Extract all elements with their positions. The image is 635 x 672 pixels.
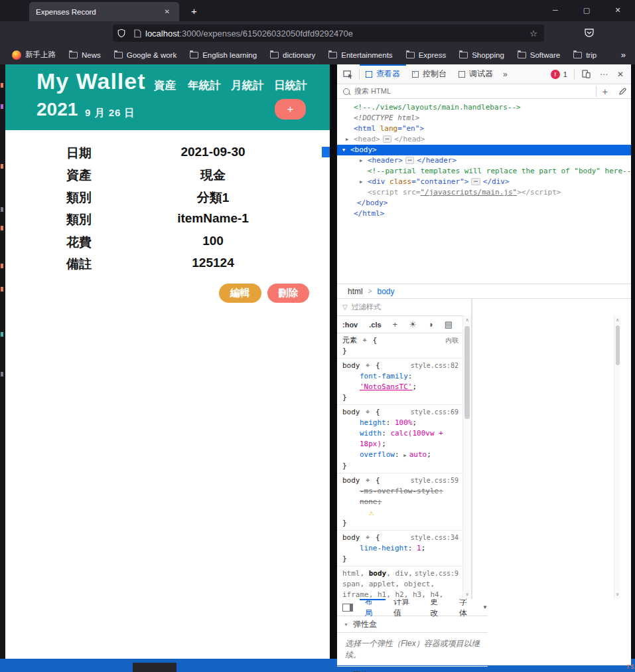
grid-section-header[interactable]: ▼ 网格 [337, 667, 488, 672]
eyedropper-icon[interactable] [614, 88, 631, 96]
twisty-icon[interactable]: ▶ [360, 155, 368, 166]
bookmark-item[interactable]: Express [406, 51, 447, 59]
window-close-button[interactable]: ✕ [604, 0, 632, 20]
tab-fonts[interactable]: 字体 [454, 599, 480, 616]
css-declaration[interactable]: -ms-overflow-style: none; [342, 486, 459, 507]
selector-highlighter-icon[interactable]: ⌖ [358, 336, 367, 345]
twisty-icon[interactable]: ▶ [360, 177, 368, 187]
url-bar[interactable]: localhost:3000/expenses/615026032050fdfd… [113, 25, 544, 42]
scroll-up-icon[interactable]: ∧ [463, 315, 471, 325]
breadcrumb-html[interactable]: html [348, 287, 363, 296]
stylesheet-link[interactable]: style.css:69 [411, 407, 459, 418]
twisty-icon[interactable]: ▼ [342, 145, 350, 155]
expand-icon[interactable]: ▶ [403, 453, 409, 458]
tab-computed[interactable]: 计算值 [388, 599, 422, 616]
bookmark-item[interactable]: English learning [190, 51, 257, 59]
css-declaration[interactable]: height: 100%; [342, 418, 459, 428]
markup-node[interactable]: <!DOCTYPE html> [337, 113, 631, 124]
markup-node[interactable]: ▶<header>⋯</header> [337, 155, 631, 166]
error-badge-icon[interactable]: ! [551, 70, 560, 79]
markup-node[interactable]: </html> [337, 209, 631, 219]
light-theme-icon[interactable]: ☀ [409, 319, 417, 329]
bookmark-item[interactable]: News [69, 51, 101, 59]
scrollbar-thumb[interactable] [616, 325, 620, 365]
rules-filter-input[interactable]: ▽ 过滤样式 [337, 299, 471, 316]
more-tabs-chevron[interactable]: » [499, 70, 512, 79]
add-node-icon[interactable]: + [598, 86, 612, 97]
scroll-up-icon[interactable]: ∧ [614, 315, 620, 325]
selector-highlighter-icon[interactable]: ⌖ [362, 361, 370, 370]
markup-node[interactable]: <html lang="en"> [337, 124, 631, 134]
tab-console[interactable]: 控制台 [406, 64, 453, 84]
markup-node[interactable]: </body> [337, 198, 631, 209]
selector-highlighter-icon[interactable]: ⌖ [362, 533, 370, 542]
window-minimize-button[interactable]: ─ [541, 0, 569, 20]
css-declaration[interactable]: font-family: 'NotoSansTC'; [342, 371, 459, 392]
bookmark-item[interactable]: 新手上路 [12, 50, 56, 60]
markup-search-bar[interactable]: 搜索 HTML + [337, 84, 631, 99]
page-icon[interactable] [134, 29, 141, 38]
stylesheet-link[interactable]: style.css:82 [411, 361, 459, 371]
class-toggle-button[interactable]: .cls [369, 321, 381, 329]
tabs-dropdown-icon[interactable]: ▼ [482, 604, 488, 610]
twisty-icon[interactable]: ▶ [346, 134, 354, 145]
shield-icon[interactable] [117, 29, 126, 38]
markup-node[interactable]: <!--./views/layouts/main.handlebars--> [337, 102, 631, 113]
markup-node[interactable]: <script src="/javascripts/main.js"></scr… [337, 187, 631, 198]
pocket-icon[interactable] [584, 28, 595, 38]
stylesheet-link[interactable]: 内联 [445, 335, 459, 346]
devtools-close-icon[interactable]: ✕ [612, 70, 628, 79]
bookmark-item[interactable]: Software [518, 51, 560, 59]
selector-highlighter-icon[interactable]: ⌖ [362, 476, 370, 485]
stylesheet-link[interactable]: style.css:59 [411, 475, 459, 486]
markup-node[interactable]: ▶<head>⋯</head> [337, 134, 631, 145]
edit-button[interactable]: 編輯 [219, 284, 261, 303]
add-expense-button[interactable]: + [275, 99, 306, 120]
css-declaration[interactable]: overflow: ▶ auto; [342, 450, 459, 461]
tab-inspector[interactable]: 查看器 [360, 64, 406, 84]
markup-node[interactable]: ▶<div class="container">⋯</div> [337, 177, 631, 187]
add-rule-icon[interactable]: + [393, 319, 398, 329]
bookmarks-overflow-chevron[interactable]: » [621, 50, 626, 60]
markup-node-selected[interactable]: ▼<body> [337, 145, 631, 155]
dark-theme-icon[interactable]: ◑ [428, 319, 433, 329]
responsive-mode-icon[interactable] [577, 70, 595, 78]
stylesheet-link[interactable]: style.css:34 [411, 533, 459, 543]
devtools-splitter[interactable] [330, 64, 337, 659]
tab-close-icon[interactable]: ✕ [162, 7, 173, 17]
tab-layout[interactable]: 布局 [360, 599, 386, 616]
css-declaration[interactable]: line-height: 1; [342, 543, 459, 554]
delete-button[interactable]: 刪除 [267, 284, 309, 303]
flexbox-section-header[interactable]: ▼ 弹性盒 [337, 616, 488, 633]
window-maximize-button[interactable]: ▢ [573, 0, 600, 20]
nav-month-stats[interactable]: 月統計 [231, 78, 264, 93]
rules-scrollbar[interactable]: ∧ ∨ [462, 315, 471, 599]
pseudo-class-button[interactable]: :hov [342, 321, 358, 329]
scroll-down-icon[interactable]: ∨ [614, 590, 620, 599]
new-tab-button[interactable]: + [187, 4, 201, 18]
layout-scrollbar[interactable]: ∧ ∨ [614, 315, 620, 599]
sidebar-toggle-icon[interactable] [342, 604, 353, 612]
print-media-icon[interactable]: ▤ [445, 319, 453, 329]
bookmark-item[interactable]: Google & work [114, 51, 176, 59]
bookmark-star-icon[interactable]: ☆ [529, 29, 537, 39]
breadcrumb-body[interactable]: body [378, 287, 395, 296]
stylesheet-link[interactable]: style.css:9 [415, 568, 459, 579]
bookmark-item[interactable]: Shopping [459, 51, 504, 59]
tab-debugger[interactable]: 调试器 [453, 64, 499, 84]
bookmark-item[interactable]: Entertainments [328, 51, 392, 59]
css-declaration[interactable]: width: calc(100vw + 18px); [342, 428, 459, 450]
nav-assets[interactable]: 資産 [154, 78, 176, 93]
nav-year-stats[interactable]: 年統計 [188, 78, 221, 93]
browser-tab[interactable]: Expenses Record ✕ [29, 2, 179, 21]
bookmark-item[interactable]: trip [573, 51, 597, 59]
nav-day-stats[interactable]: 日統計 [274, 78, 307, 93]
pick-element-icon[interactable] [337, 70, 359, 79]
devtools-meatball-menu-icon[interactable]: ⋯ [595, 70, 612, 79]
scroll-down-icon[interactable]: ∨ [463, 590, 471, 599]
scrollbar-thumb[interactable] [464, 326, 470, 419]
bookmark-item[interactable]: dictionary [270, 51, 315, 59]
tab-changes[interactable]: 更改 [425, 599, 451, 616]
selector-highlighter-icon[interactable]: ⌖ [362, 408, 370, 416]
markup-node[interactable]: <!--partial templates will replace the p… [337, 166, 631, 177]
